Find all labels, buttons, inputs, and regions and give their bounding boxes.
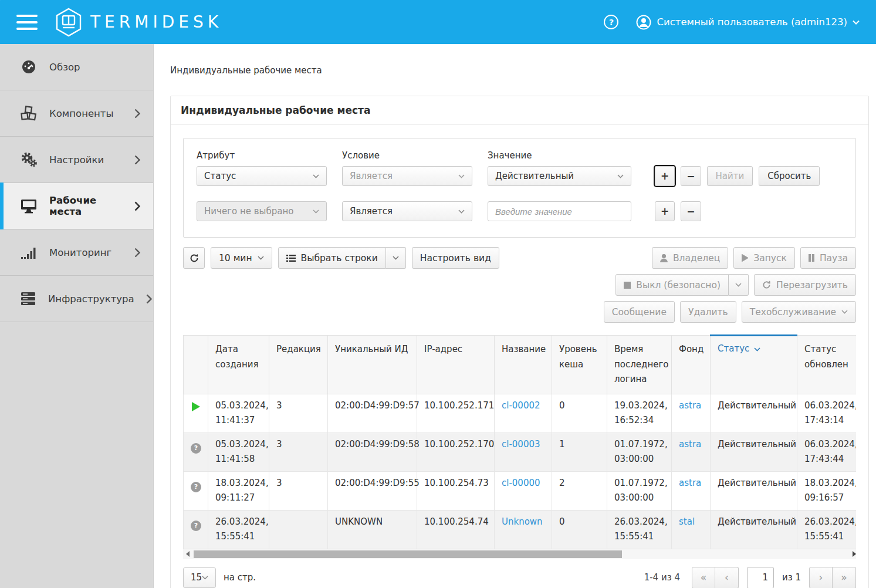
value-input[interactable]	[488, 201, 631, 221]
attribute-select-2[interactable]: Ничего не выбрано	[197, 201, 327, 221]
table-row[interactable]: 05.03.2024, 11:41:37 3 02:00:D4:99:D9:57…	[184, 394, 857, 432]
message-button[interactable]: Сообщение	[604, 301, 675, 323]
column-header-created[interactable]: Дата создания	[208, 336, 269, 394]
column-header-icon[interactable]	[184, 336, 208, 394]
cell-status: Действительный	[711, 394, 797, 432]
column-header-ip[interactable]: IP-адрес	[417, 336, 495, 394]
workspaces-panel: Индивидуальные рабочие места Атрибут Ста…	[170, 96, 869, 588]
workspaces-table: Дата создания Редакция Уникальный ИД IP-…	[183, 334, 856, 549]
pool-link[interactable]: astra	[679, 439, 701, 450]
refresh-button[interactable]	[183, 247, 205, 269]
column-header-revision[interactable]: Редакция	[269, 336, 328, 394]
help-icon[interactable]: ?	[604, 15, 618, 29]
hamburger-menu-icon[interactable]	[16, 15, 38, 30]
cell-status: Действительный	[711, 432, 797, 471]
select-rows-dropdown-toggle[interactable]	[386, 247, 406, 269]
scroll-left-arrow-icon[interactable]	[183, 549, 192, 559]
list-icon	[286, 254, 296, 262]
cell-status: Действительный	[711, 510, 797, 549]
workspace-name-link[interactable]: cl-00002	[502, 400, 540, 411]
start-button[interactable]: Запуск	[733, 247, 795, 269]
scroll-right-arrow-icon[interactable]	[847, 549, 856, 559]
reboot-button[interactable]: Перезагрузить	[754, 274, 856, 296]
workspace-name-link[interactable]: Unknown	[502, 516, 543, 527]
column-header-uid[interactable]: Уникальный ИД	[328, 336, 417, 394]
first-page-button[interactable]: «	[692, 567, 715, 588]
add-filter-button-2[interactable]: +	[655, 201, 675, 221]
cell-created: 26.03.2024, 15:55:41	[208, 510, 269, 549]
condition-select-2[interactable]: Является	[342, 201, 472, 221]
cubes-icon	[20, 105, 38, 121]
reset-button[interactable]: Сбросить	[759, 166, 820, 186]
table-row[interactable]: ? 05.03.2024, 11:41:58 3 02:00:D4:99:D9:…	[184, 432, 857, 471]
sidebar-item-workspaces[interactable]: Рабочие места	[0, 183, 153, 229]
power-off-dropdown-toggle[interactable]	[729, 274, 749, 296]
column-header-status-sorted[interactable]: Статус	[711, 336, 797, 394]
cell-last-login: 01.07.1972, 03:00:00	[607, 471, 672, 510]
chevron-right-icon	[134, 155, 140, 165]
next-page-button[interactable]: ›	[809, 567, 833, 588]
remove-filter-button[interactable]: −	[681, 166, 701, 186]
table-row[interactable]: ? 18.03.2024, 09:11:27 3 02:00:D4:99:D9:…	[184, 471, 857, 510]
owner-button[interactable]: Владелец	[652, 247, 728, 269]
column-header-last-login[interactable]: Время последнего логина	[607, 336, 672, 394]
remove-filter-button-2[interactable]: −	[681, 201, 701, 221]
workspace-name-link[interactable]: cl-00000	[502, 478, 540, 488]
select-rows-button[interactable]: Выбрать строки	[278, 247, 386, 269]
chevron-down-icon	[617, 174, 624, 178]
user-name-label: Системный пользователь (admin123)	[657, 16, 847, 28]
column-header-name[interactable]: Название	[495, 336, 552, 394]
user-menu[interactable]: Системный пользователь (admin123)	[636, 15, 860, 30]
scrollbar-thumb[interactable]	[194, 550, 622, 558]
attribute-select[interactable]: Статус	[197, 166, 327, 186]
condition-select[interactable]: Является	[342, 166, 472, 186]
prev-page-button[interactable]: ‹	[715, 567, 739, 588]
cell-cache: 0	[552, 510, 607, 549]
cell-revision: 3	[269, 432, 328, 471]
server-icon	[20, 291, 36, 306]
sidebar-item-infrastructure[interactable]: Инфраструктура	[0, 276, 153, 322]
cell-cache: 0	[552, 394, 607, 432]
sidebar-item-components[interactable]: Компоненты	[0, 90, 153, 137]
column-header-cache[interactable]: Уровень кеша	[552, 336, 607, 394]
sidebar-item-monitoring[interactable]: Мониторинг	[0, 229, 153, 276]
sidebar-item-settings[interactable]: Настройки	[0, 137, 153, 183]
refresh-interval-dropdown[interactable]: 10 мин	[211, 247, 272, 269]
column-header-pool[interactable]: Фонд	[672, 336, 711, 394]
page-size-select[interactable]: 15	[183, 567, 216, 588]
table-row[interactable]: ? 26.03.2024, 15:55:41 UNKNOWN 10.100.25…	[184, 510, 857, 549]
cell-created: 05.03.2024, 11:41:37	[208, 394, 269, 432]
pool-link[interactable]: astra	[679, 400, 701, 411]
value-select[interactable]: Действительный	[488, 166, 631, 186]
chevron-down-icon	[458, 209, 465, 214]
page-number-input[interactable]	[747, 567, 774, 588]
brand-logo: TERMIDESK	[55, 8, 222, 37]
cell-status: Действительный	[711, 471, 797, 510]
pool-link[interactable]: astra	[679, 478, 701, 488]
gauge-icon	[20, 59, 38, 75]
question-icon: ?	[191, 443, 201, 454]
question-icon: ?	[191, 482, 201, 492]
search-button[interactable]: Найти	[707, 166, 753, 186]
sidebar-item-overview[interactable]: Обзор	[0, 44, 153, 90]
pause-button[interactable]: Пауза	[800, 247, 856, 269]
power-off-button[interactable]: Выкл (безопасно)	[615, 274, 729, 296]
column-header-status-updated[interactable]: Статус обновлен	[797, 336, 857, 394]
workspace-name-link[interactable]: cl-00003	[502, 439, 540, 450]
chevron-right-icon	[134, 201, 140, 211]
question-icon: ?	[191, 521, 201, 531]
horizontal-scrollbar[interactable]	[183, 549, 856, 559]
chevron-down-icon	[258, 256, 264, 260]
cell-ip: 10.100.254.73	[417, 471, 495, 510]
configure-view-button[interactable]: Настроить вид	[412, 247, 499, 269]
table-footer: 15 на стр. 1-4 из 4 « ‹ из 1	[183, 567, 856, 588]
add-filter-button[interactable]: +	[655, 166, 675, 186]
cell-status-updated: 18.03.2024, 09:16:57	[797, 471, 857, 510]
termidesk-hexagon-logo-icon	[55, 8, 82, 37]
cell-uid: 02:00:D4:99:D9:57	[328, 394, 417, 432]
maintenance-dropdown[interactable]: Техобслуживание	[742, 301, 856, 323]
delete-button[interactable]: Удалить	[680, 301, 736, 323]
running-play-icon	[192, 402, 200, 411]
last-page-button[interactable]: »	[833, 567, 856, 588]
pool-link[interactable]: stal	[679, 516, 695, 527]
